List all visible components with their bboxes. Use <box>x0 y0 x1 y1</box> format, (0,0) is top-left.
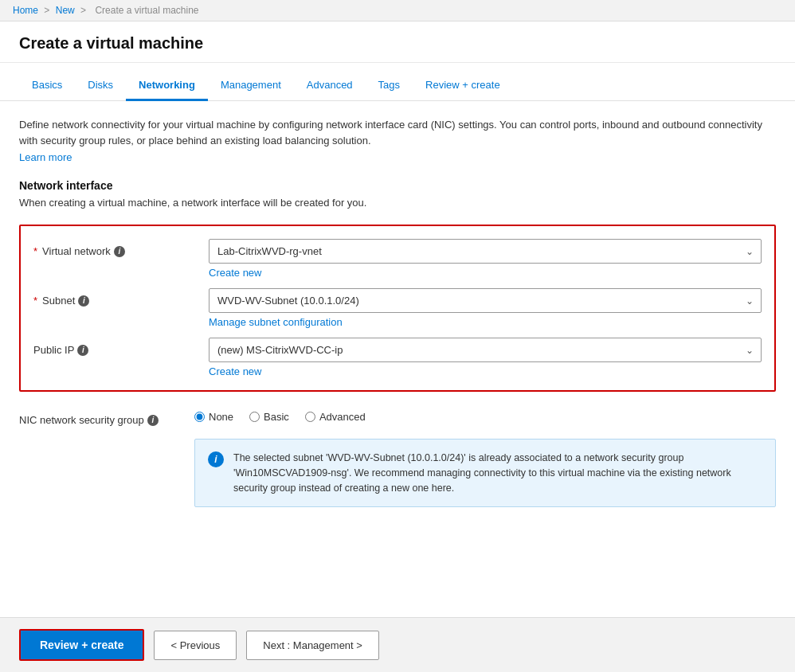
nic-nsg-option-none[interactable]: None <box>194 411 233 423</box>
subnet-row: * Subnet i WVD-WV-Subnet (10.0.1.0/24) ⌄… <box>33 288 762 328</box>
required-star-subnet: * <box>33 295 37 307</box>
public-ip-row: Public IP i (new) MS-CitrixWVD-CC-ip ⌄ C… <box>33 338 762 377</box>
subnet-info-icon[interactable]: i <box>78 295 89 307</box>
virtual-network-dropdown-wrapper: Lab-CitrixWVD-rg-vnet ⌄ <box>209 239 762 264</box>
breadcrumb-sep2: > <box>80 5 86 16</box>
info-box: i The selected subnet 'WVD-WV-Subnet (10… <box>194 439 776 507</box>
nic-nsg-info-icon[interactable]: i <box>147 415 159 426</box>
nic-nsg-radio-advanced[interactable] <box>305 412 315 422</box>
review-create-button[interactable]: Review + create <box>19 629 144 661</box>
public-ip-dropdown[interactable]: (new) MS-CitrixWVD-CC-ip <box>209 338 762 362</box>
tabs: Basics Disks Networking Management Advan… <box>19 72 776 100</box>
breadcrumb-new[interactable]: New <box>56 5 75 16</box>
public-ip-label-text: Public IP <box>33 344 74 356</box>
virtual-network-label-text: Virtual network <box>42 245 111 257</box>
public-ip-field: (new) MS-CitrixWVD-CC-ip ⌄ Create new <box>209 338 762 377</box>
tab-management[interactable]: Management <box>208 72 294 101</box>
nic-nsg-label: NIC network security group i <box>19 408 194 426</box>
nic-nsg-option-advanced[interactable]: Advanced <box>305 411 366 423</box>
description-text: Define network connectivity for your vir… <box>19 117 776 148</box>
tabs-container: Basics Disks Networking Management Advan… <box>0 63 795 101</box>
tab-networking[interactable]: Networking <box>126 72 208 101</box>
nic-nsg-option-basic[interactable]: Basic <box>249 411 289 423</box>
breadcrumb-current: Create a virtual machine <box>95 5 198 16</box>
breadcrumb: Home > New > Create a virtual machine <box>0 0 795 21</box>
breadcrumb-home[interactable]: Home <box>13 5 38 16</box>
create-new-ip-link[interactable]: Create new <box>209 365 261 377</box>
subnet-field: WVD-WV-Subnet (10.0.1.0/24) ⌄ Manage sub… <box>209 288 762 328</box>
section-title-network-interface: Network interface <box>19 179 776 192</box>
info-box-text: The selected subnet 'WVD-WV-Subnet (10.0… <box>233 451 762 495</box>
virtual-network-row: * Virtual network i Lab-CitrixWVD-rg-vne… <box>33 239 762 279</box>
nic-nsg-label-basic: Basic <box>264 411 289 423</box>
previous-button[interactable]: < Previous <box>154 631 237 660</box>
virtual-network-field: Lab-CitrixWVD-rg-vnet ⌄ Create new <box>209 239 762 279</box>
virtual-network-label: * Virtual network i <box>33 239 209 257</box>
subnet-label: * Subnet i <box>33 288 209 307</box>
required-star-vnet: * <box>33 245 37 257</box>
public-ip-dropdown-wrapper: (new) MS-CitrixWVD-CC-ip ⌄ <box>209 338 762 362</box>
content-area: Define network connectivity for your vir… <box>0 101 795 523</box>
learn-more-link[interactable]: Learn more <box>19 151 72 163</box>
form-area: * Virtual network i Lab-CitrixWVD-rg-vne… <box>19 225 776 392</box>
breadcrumb-sep1: > <box>44 5 49 16</box>
tab-advanced[interactable]: Advanced <box>294 72 366 101</box>
tab-basics[interactable]: Basics <box>19 72 75 101</box>
footer-bar: Review + create < Previous Next : Manage… <box>0 617 795 672</box>
public-ip-label: Public IP i <box>33 338 209 356</box>
tab-disks[interactable]: Disks <box>75 72 126 101</box>
nic-nsg-label-advanced: Advanced <box>319 411 366 423</box>
virtual-network-info-icon[interactable]: i <box>114 246 125 257</box>
nic-nsg-row: NIC network security group i None Basic … <box>19 408 776 426</box>
create-new-vnet-link[interactable]: Create new <box>209 267 261 279</box>
nic-nsg-label-none: None <box>209 411 233 423</box>
nic-nsg-radio-basic[interactable] <box>249 412 260 422</box>
tab-tags[interactable]: Tags <box>366 72 413 101</box>
nic-nsg-options: None Basic Advanced <box>194 411 776 423</box>
virtual-network-dropdown[interactable]: Lab-CitrixWVD-rg-vnet <box>209 239 762 264</box>
subnet-dropdown-wrapper: WVD-WV-Subnet (10.0.1.0/24) ⌄ <box>209 288 762 313</box>
subnet-label-text: Subnet <box>42 295 75 307</box>
public-ip-info-icon[interactable]: i <box>77 345 88 356</box>
tab-review-create[interactable]: Review + create <box>413 72 513 101</box>
page-title: Create a virtual machine <box>0 21 795 63</box>
nic-nsg-label-text: NIC network security group <box>19 414 144 426</box>
nic-nsg-radio-none[interactable] <box>194 412 205 422</box>
section-desc-network-interface: When creating a virtual machine, a netwo… <box>19 197 776 209</box>
next-button[interactable]: Next : Management > <box>246 631 379 660</box>
subnet-dropdown[interactable]: WVD-WV-Subnet (10.0.1.0/24) <box>209 288 762 313</box>
info-box-icon: i <box>208 451 224 467</box>
manage-subnet-link[interactable]: Manage subnet configuration <box>209 316 343 328</box>
